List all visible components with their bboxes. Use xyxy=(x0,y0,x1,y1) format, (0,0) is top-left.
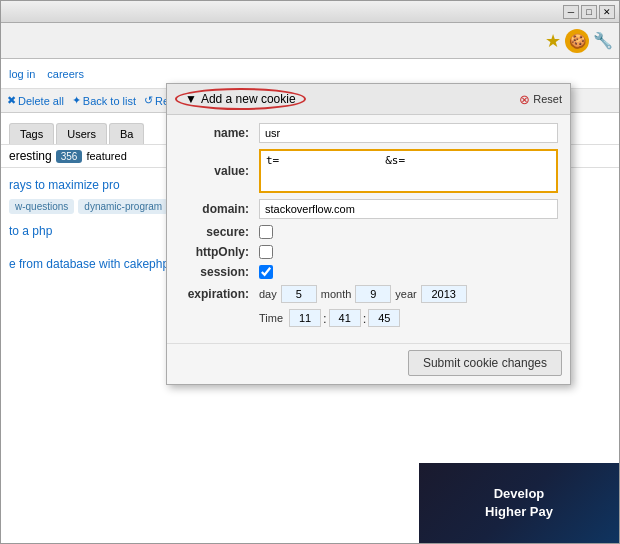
careers-link[interactable]: careers xyxy=(47,68,84,80)
back-to-list-button[interactable]: ✦ Back to list xyxy=(72,94,136,107)
time-row: Time : : xyxy=(179,309,558,327)
year-text: year xyxy=(395,288,416,300)
expiration-label: expiration: xyxy=(179,287,259,301)
session-row: session: xyxy=(179,265,558,279)
name-label: name: xyxy=(179,126,259,140)
tag-w-questions[interactable]: w-questions xyxy=(9,199,74,214)
name-input[interactable] xyxy=(259,123,558,143)
time-label: Time xyxy=(259,312,283,324)
title-bar: ─ □ ✕ xyxy=(1,1,619,23)
back-icon: ✦ xyxy=(72,94,81,107)
second-input[interactable] xyxy=(368,309,400,327)
cookie-panel-header: ▼ Add a new cookie ⊗ Reset xyxy=(167,84,570,115)
secure-checkbox[interactable] xyxy=(259,225,273,239)
reset-text: Reset xyxy=(533,93,562,105)
ad-line2: Higher Pay xyxy=(485,503,553,521)
session-label: session: xyxy=(179,265,259,279)
ad-line1: Develop xyxy=(485,485,553,503)
minimize-button[interactable]: ─ xyxy=(563,5,579,19)
cookie-form: name: value: t= &s= domain: xyxy=(167,115,570,343)
expiration-row: expiration: day month year xyxy=(179,285,558,303)
featured-badge: 356 xyxy=(56,150,83,163)
add-cookie-oval: ▼ Add a new cookie xyxy=(175,88,306,110)
tags-tab[interactable]: Tags xyxy=(9,123,54,144)
delete-icon: ✖ xyxy=(7,94,16,107)
maximize-button[interactable]: □ xyxy=(581,5,597,19)
reset-circle-icon: ⊗ xyxy=(519,92,530,107)
add-cookie-label: Add a new cookie xyxy=(201,92,296,106)
hour-input[interactable] xyxy=(289,309,321,327)
submit-cookie-button[interactable]: Submit cookie changes xyxy=(408,350,562,376)
secure-label: secure: xyxy=(179,225,259,239)
value-textarea[interactable]: t= &s= xyxy=(259,149,558,193)
delete-all-button[interactable]: ✖ Delete all xyxy=(7,94,64,107)
star-icon[interactable]: ★ xyxy=(545,30,561,52)
users-tab[interactable]: Users xyxy=(56,123,107,144)
domain-row: domain: xyxy=(179,199,558,219)
login-link[interactable]: log in xyxy=(9,68,35,80)
browser-window: ─ □ ✕ ★ 🍪 🔧 log in careers ✖ Delete all xyxy=(0,0,620,544)
reset-panel-button[interactable]: ⊗ Reset xyxy=(519,92,562,107)
minute-input[interactable] xyxy=(329,309,361,327)
website-background: log in careers ✖ Delete all ✦ Back to li… xyxy=(1,59,619,543)
year-input[interactable] xyxy=(421,285,467,303)
advertisement: Develop Higher Pay xyxy=(419,463,619,543)
close-button[interactable]: ✕ xyxy=(599,5,615,19)
secure-row: secure: xyxy=(179,225,558,239)
month-text: month xyxy=(321,288,352,300)
value-row: value: t= &s= xyxy=(179,149,558,193)
name-row: name: xyxy=(179,123,558,143)
submit-row: Submit cookie changes xyxy=(167,343,570,384)
badges-tab[interactable]: Ba xyxy=(109,123,144,144)
domain-label: domain: xyxy=(179,202,259,216)
month-input[interactable] xyxy=(355,285,391,303)
arrow-down-icon: ▼ xyxy=(185,92,197,106)
httponly-label: httpOnly: xyxy=(179,245,259,259)
time-sep-2: : xyxy=(363,311,367,326)
interesting-text: eresting xyxy=(9,149,52,163)
day-input[interactable] xyxy=(281,285,317,303)
httponly-checkbox[interactable] xyxy=(259,245,273,259)
session-checkbox[interactable] xyxy=(259,265,273,279)
reset-icon: ↺ xyxy=(144,94,153,107)
wrench-icon[interactable]: 🔧 xyxy=(593,31,613,50)
cookie-panel: ▼ Add a new cookie ⊗ Reset name: xyxy=(166,83,571,385)
tag-dynamic-program[interactable]: dynamic-program xyxy=(78,199,168,214)
domain-input[interactable] xyxy=(259,199,558,219)
time-sep-1: : xyxy=(323,311,327,326)
featured-label: featured xyxy=(86,150,126,162)
httponly-row: httpOnly: xyxy=(179,245,558,259)
browser-toolbar: ★ 🍪 🔧 xyxy=(1,23,619,59)
toolbar-icons: ★ 🍪 🔧 xyxy=(545,29,613,53)
day-text: day xyxy=(259,288,277,300)
main-area: log in careers ✖ Delete all ✦ Back to li… xyxy=(1,59,619,543)
expiration-fields: day month year xyxy=(259,285,467,303)
cookie-icon[interactable]: 🍪 xyxy=(565,29,589,53)
value-label: value: xyxy=(179,164,259,178)
